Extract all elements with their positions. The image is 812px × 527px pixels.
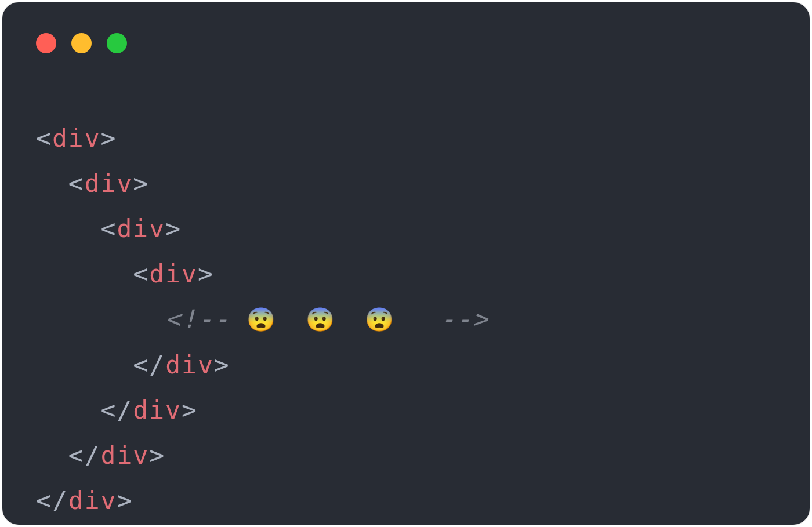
traffic-light-zoom-icon[interactable] xyxy=(107,33,127,53)
tag-name: div xyxy=(52,123,101,152)
angle-close-icon: > xyxy=(182,395,198,424)
traffic-light-close-icon[interactable] xyxy=(36,33,56,53)
angle-slash-open-icon: </ xyxy=(36,486,68,515)
angle-slash-open-icon: </ xyxy=(68,441,101,470)
editor-window: <div> <div> <div> <div> <!-- 😨 😨 😨 --> <… xyxy=(2,2,810,525)
traffic-light-minimize-icon[interactable] xyxy=(71,33,92,53)
angle-close-icon: > xyxy=(214,350,230,379)
indent xyxy=(36,214,101,243)
indent xyxy=(36,304,165,333)
angle-close-icon: > xyxy=(165,214,182,243)
indent xyxy=(36,441,68,470)
comment-open: <!-- xyxy=(165,304,246,333)
code-line-4: <div> xyxy=(36,251,488,296)
tag-name: div xyxy=(101,441,150,470)
code-line-3: <div> xyxy=(36,206,488,251)
angle-open-icon: < xyxy=(36,123,52,152)
code-line-1: <div> xyxy=(36,115,488,161)
indent xyxy=(36,259,133,288)
angle-open-icon: < xyxy=(68,169,85,198)
angle-slash-open-icon: </ xyxy=(101,395,133,424)
angle-close-icon: > xyxy=(101,123,117,152)
angle-open-icon: < xyxy=(133,259,149,288)
tag-name: div xyxy=(85,169,133,198)
fearful-face-icon: 😨 😨 😨 xyxy=(246,306,424,333)
indent xyxy=(36,350,133,379)
angle-slash-open-icon: </ xyxy=(133,350,165,379)
tag-name: div xyxy=(133,395,182,424)
angle-close-icon: > xyxy=(198,259,214,288)
code-line-2: <div> xyxy=(36,161,488,206)
angle-close-icon: > xyxy=(149,441,165,470)
angle-close-icon: > xyxy=(117,486,133,515)
indent xyxy=(36,169,68,198)
angle-close-icon: > xyxy=(133,169,149,198)
indent xyxy=(36,395,101,424)
angle-open-icon: < xyxy=(101,214,117,243)
code-line-5: <!-- 😨 😨 😨 --> xyxy=(36,296,488,342)
titlebar xyxy=(36,31,127,54)
code-line-6: </div> xyxy=(36,342,488,387)
code-line-8: </div> xyxy=(36,432,488,478)
tag-name: div xyxy=(165,350,214,379)
tag-name: div xyxy=(117,214,165,243)
tag-name: div xyxy=(149,259,198,288)
code-line-7: </div> xyxy=(36,387,488,432)
code-line-9: </div> xyxy=(36,478,488,523)
tag-name: div xyxy=(68,486,117,515)
comment-close: --> xyxy=(424,304,489,333)
code-area: <div> <div> <div> <div> <!-- 😨 😨 😨 --> <… xyxy=(36,115,488,523)
